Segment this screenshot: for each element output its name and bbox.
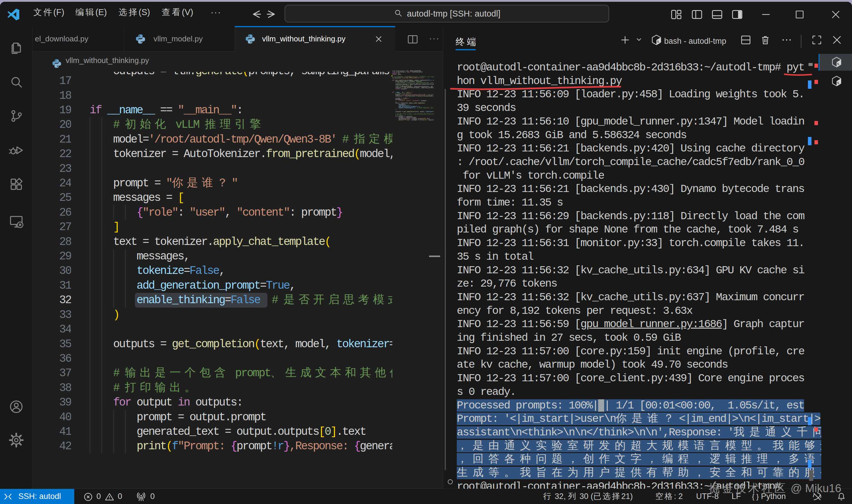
svg-text:$_: $_ xyxy=(657,40,661,44)
